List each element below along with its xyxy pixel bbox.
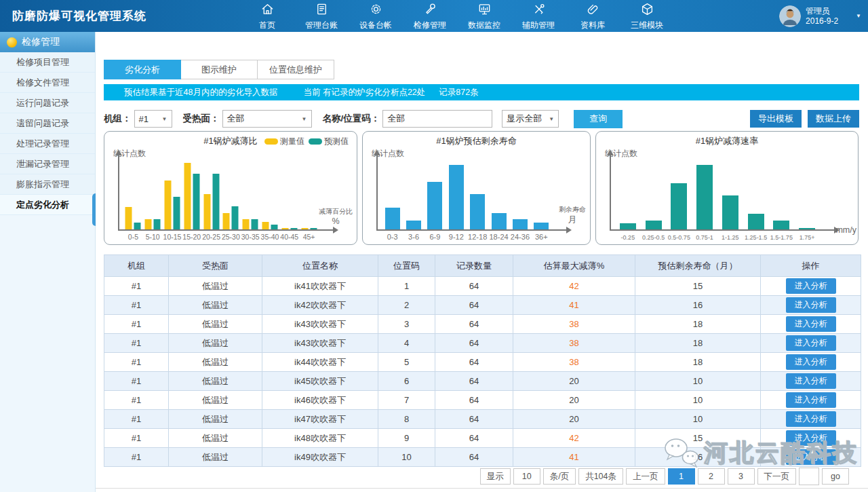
sidebar-item-4[interactable]: 遗留问题记录 <box>0 113 95 134</box>
cell-surface: 低温过 <box>169 448 262 467</box>
cell-remaining-life: 18 <box>635 353 761 372</box>
cell-location-code: 6 <box>378 372 435 391</box>
go-button[interactable]: go <box>822 468 849 485</box>
chart-title: #1锅炉减薄速率 <box>596 135 858 147</box>
nav-item-gear[interactable]: 设备台帐 <box>349 1 403 31</box>
chart-category: 12-18 <box>467 151 488 241</box>
x-tick-label: 0-3 <box>387 233 398 241</box>
sidebar-item-3[interactable]: 运行问题记录 <box>0 93 95 113</box>
scope-select[interactable]: 显示全部 ▼ <box>502 110 559 128</box>
x-tick-label: 1.25-1.5 <box>745 234 767 241</box>
chart-category: 1.75+ <box>794 151 820 241</box>
page-button-2[interactable]: 2 <box>698 468 725 485</box>
nav-item-home[interactable]: 首页 <box>240 1 294 31</box>
nav-item-wrench[interactable]: 检修管理 <box>403 1 457 31</box>
chart-category: 1.5-1.75 <box>769 151 795 241</box>
cell-surface: 低温过 <box>169 277 262 296</box>
chart-category: 0.75-1 <box>692 151 717 241</box>
enter-analysis-button[interactable]: 进入分析 <box>786 430 836 446</box>
unit-select-value: #1 <box>139 114 149 124</box>
pager-page-size[interactable]: 10 <box>513 468 540 485</box>
chart-category: 25-30 <box>221 151 241 241</box>
bar <box>470 194 485 229</box>
bar <box>290 228 297 229</box>
enter-analysis-button[interactable]: 进入分析 <box>786 411 836 427</box>
cell-action: 进入分析 <box>761 448 861 467</box>
cell-action: 进入分析 <box>761 296 861 315</box>
surface-select[interactable]: 全部 ▼ <box>222 110 312 128</box>
export-template-button[interactable]: 导出模板 <box>750 110 802 128</box>
page-jump-input[interactable] <box>799 468 819 485</box>
sidebar-item-6[interactable]: 泄漏记录管理 <box>0 154 95 174</box>
enter-analysis-button[interactable]: 进入分析 <box>786 354 836 370</box>
name-code-input[interactable] <box>382 110 492 128</box>
next-page-button[interactable]: 下一页 <box>757 468 797 485</box>
bar <box>125 207 132 229</box>
enter-analysis-button[interactable]: 进入分析 <box>786 449 836 465</box>
y-axis-line <box>376 155 378 231</box>
user-avatar[interactable] <box>779 5 801 27</box>
enter-analysis-button[interactable]: 进入分析 <box>786 297 836 313</box>
cell-unit: #1 <box>104 277 169 296</box>
nav-item-tools[interactable]: 辅助管理 <box>511 1 566 31</box>
x-tick-label: 5-10 <box>146 233 160 241</box>
bar <box>232 206 239 229</box>
nav-item-monitor[interactable]: 数据监控 <box>457 1 511 31</box>
legend-item: 预测值 <box>309 136 349 147</box>
x-tick-label: 0.5-0.75 <box>668 234 690 241</box>
cell-record-count: 64 <box>435 410 513 429</box>
enter-analysis-button[interactable]: 进入分析 <box>786 392 836 408</box>
x-tick-label: 0.25-0.5 <box>642 234 665 241</box>
enter-analysis-button[interactable]: 进入分析 <box>786 373 836 389</box>
page-button-3[interactable]: 3 <box>728 468 755 485</box>
chevron-down-icon[interactable]: ▼ <box>856 13 861 19</box>
sidebar-item-1[interactable]: 检修项目管理 <box>0 52 95 73</box>
chart-category: 3-6 <box>403 151 424 241</box>
sidebar-item-8[interactable]: 定点劣化分析 <box>0 195 95 215</box>
nav-item-ledger[interactable]: 管理台账 <box>294 1 349 31</box>
legend-swatch <box>264 138 278 145</box>
charts-row: #1锅炉减薄比测量值预测值统计点数0-55-1010-1515-2020-252… <box>104 131 859 245</box>
bottom-divider <box>96 488 868 489</box>
cell-record-count: 64 <box>435 372 513 391</box>
cell-remaining-life: 16 <box>635 448 761 467</box>
nav-item-paperclip[interactable]: 资料库 <box>566 1 620 31</box>
nav-item-label: 检修管理 <box>403 20 457 31</box>
main-content: 劣化分析 图示维护 位置信息维护 预估结果基于近48月内的的劣化导入数据 当前 … <box>96 32 868 492</box>
cell-location-name: ik48吹吹器下 <box>262 429 378 448</box>
cell-location-name: ik44吹吹器下 <box>262 353 378 372</box>
analysis-table-wrap: 机组受热面位置名称位置码记录数量估算最大减薄%预估剩余寿命（月）操作#1低温过i… <box>104 254 861 467</box>
bar <box>534 223 549 229</box>
x-axis-arrow <box>333 227 338 233</box>
enter-analysis-button[interactable]: 进入分析 <box>786 335 836 351</box>
data-upload-button[interactable]: 数据上传 <box>808 110 859 128</box>
tab-diagram-maintenance[interactable]: 图示维护 <box>181 60 258 79</box>
user-menu[interactable]: 管理员 2016-9-2 <box>779 5 838 27</box>
sidebar-item-2[interactable]: 检修文件管理 <box>0 73 95 93</box>
tab-degradation-analysis[interactable]: 劣化分析 <box>104 60 181 79</box>
bar <box>173 197 180 229</box>
menu-ball-icon <box>7 37 17 48</box>
column-header: 机组 <box>104 255 169 277</box>
sidebar-item-5[interactable]: 处理记录管理 <box>0 134 95 154</box>
prev-page-button[interactable]: 上一页 <box>626 468 665 485</box>
chart-category: 0.5-0.75 <box>667 151 692 241</box>
chart-category: 30-35 <box>241 151 260 241</box>
bar <box>154 219 161 229</box>
cell-unit: #1 <box>104 353 169 372</box>
x-tick-label: 1.75+ <box>800 234 815 241</box>
x-tick-label: 45+ <box>303 233 315 241</box>
bar <box>301 228 308 229</box>
page-button-1[interactable]: 1 <box>668 468 695 485</box>
sidebar-item-7[interactable]: 膨胀指示管理 <box>0 174 95 195</box>
tab-location-info[interactable]: 位置信息维护 <box>258 60 334 79</box>
enter-analysis-button[interactable]: 进入分析 <box>786 278 836 294</box>
nav-item-cube[interactable]: 三维模块 <box>620 1 674 31</box>
table-row: #1低温过ik48吹吹器下9644215进入分析 <box>104 429 861 448</box>
enter-analysis-button[interactable]: 进入分析 <box>786 316 836 332</box>
sidebar-header[interactable]: 检修管理 <box>0 32 95 52</box>
unit-select[interactable]: #1 ▼ <box>134 110 172 128</box>
paperclip-icon <box>586 7 600 18</box>
search-button[interactable]: 查询 <box>574 110 623 128</box>
pager-display: 显示 <box>480 468 511 485</box>
